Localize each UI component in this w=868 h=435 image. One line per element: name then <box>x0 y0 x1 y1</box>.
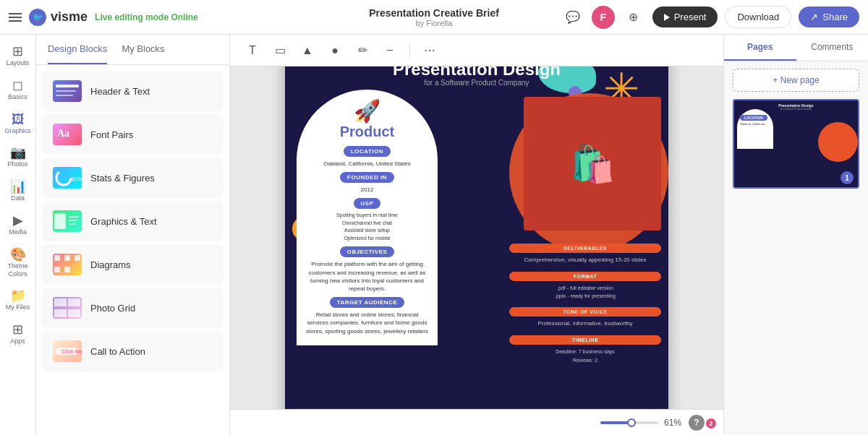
page-number-1: 1 <box>841 171 854 184</box>
photos-icon: 📷 <box>10 146 26 159</box>
graphics-text-thumb <box>53 210 82 232</box>
zoom-slider-thumb <box>627 418 636 427</box>
target-badge: TARGET AUDIENCE <box>330 297 405 308</box>
block-label-header-text: Header & Text <box>90 86 150 97</box>
svg-rect-1 <box>56 90 76 92</box>
bag-icon: 🛍️ <box>570 143 615 185</box>
svg-rect-6 <box>54 213 66 229</box>
block-label-stats-figures: Stats & Figures <box>90 173 155 184</box>
topbar: 🐦 visme Live editing mode Online Present… <box>0 0 868 35</box>
new-page-button[interactable]: + New page <box>733 69 859 92</box>
block-item-graphics-text[interactable]: Graphics & Text <box>42 201 224 241</box>
canvas-scroll[interactable]: Presentation Design for a Software Produ… <box>230 66 723 409</box>
deliverables-value: Comprehensive, visually appealing 15-20 … <box>509 256 661 264</box>
present-button[interactable]: Present <box>652 7 718 27</box>
icon-sidebar: ⊞ Layouts ◻ Basics 🖼 Graphics 📷 Photos 📊… <box>0 35 36 435</box>
svg-rect-10 <box>54 255 60 261</box>
tab-my-blocks[interactable]: My Blocks <box>122 35 164 64</box>
triangle-tool-button[interactable]: ▲ <box>297 40 318 61</box>
header-text-thumb <box>53 80 82 102</box>
tone-badge: TONE OF VOICE <box>509 307 661 316</box>
founded-badge: FOUNDED IN <box>340 172 394 183</box>
topbar-left: 🐦 visme Live editing mode Online <box>9 9 362 26</box>
topbar-center: Presentation Creative Brief by Fiorella <box>369 7 499 27</box>
tone-value: Professional, informative, trustworthy <box>509 319 661 328</box>
blocks-panel: Design Blocks My Blocks Header & Text Aa… <box>36 35 230 435</box>
svg-rect-7 <box>69 216 79 218</box>
text-tool-button[interactable]: T <box>242 40 263 61</box>
collaborators-button[interactable]: ⊕ <box>622 6 645 29</box>
theme-colors-icon: 🎨 <box>10 248 26 261</box>
slide-wrapper[interactable]: Presentation Design for a Software Produ… <box>285 66 668 409</box>
block-label-call-to-action: Call to Action <box>90 346 145 357</box>
product-card: 🚀 Product LOCATION Oakland, California, … <box>297 90 438 345</box>
sidebar-item-basics[interactable]: ◻ Basics <box>1 74 35 105</box>
svg-rect-0 <box>56 85 79 87</box>
block-item-diagrams[interactable]: Diagrams <box>42 244 224 285</box>
location-value: Oakland, California, United States <box>323 160 411 168</box>
logo-area: 🐦 visme <box>29 9 88 26</box>
format-badge: FORMAT <box>509 272 661 281</box>
svg-text:40%: 40% <box>71 176 82 183</box>
line-tool-button[interactable]: − <box>379 40 401 61</box>
tab-design-blocks[interactable]: Design Blocks <box>48 35 107 64</box>
right-panel: Pages Comments + New page Presentation D… <box>723 35 868 435</box>
usp-value: Spotting buyers in real time Omnichannel… <box>336 212 398 242</box>
svg-rect-2 <box>56 95 73 96</box>
page-thumb-image-1: Presentation Design for a Software Produ… <box>734 100 858 187</box>
rect-tool-button[interactable]: ▭ <box>269 40 291 61</box>
pen-tool-button[interactable]: ✏ <box>352 40 373 61</box>
call-to-action-thumb: Click Me <box>53 340 82 362</box>
slide-content: Presentation Design for a Software Produ… <box>285 66 668 409</box>
block-item-photo-grid[interactable]: Photo Grid <box>42 288 224 328</box>
sidebar-item-apps[interactable]: ⊞ Apps <box>1 319 35 350</box>
tab-pages[interactable]: Pages <box>724 35 796 61</box>
product-label: Product <box>340 124 395 140</box>
block-item-stats-figures[interactable]: 40% Stats & Figures <box>42 158 224 198</box>
usp-badge: USP <box>354 198 381 209</box>
block-label-photo-grid: Photo Grid <box>90 303 135 314</box>
bottom-bar: 61% ? 2 <box>230 409 723 435</box>
format-value: .pdf - full editable version .pptx - rea… <box>509 284 661 300</box>
timeline-value: Deadline: 7 business days Reviews: 2 <box>509 348 661 363</box>
media-icon: ▶ <box>13 214 23 227</box>
svg-rect-18 <box>68 309 80 317</box>
svg-text:Click Me: Click Me <box>61 349 82 354</box>
sidebar-item-theme-colors[interactable]: 🎨 Theme Colors <box>1 244 35 283</box>
menu-button[interactable] <box>9 13 22 22</box>
svg-rect-17 <box>54 309 67 317</box>
diagrams-thumb <box>53 254 82 275</box>
presentation-title: Presentation Creative Brief <box>369 7 499 19</box>
circle-tool-button[interactable]: ● <box>324 40 346 61</box>
comment-button[interactable]: 💬 <box>561 6 584 29</box>
sidebar-item-media[interactable]: ▶ Media <box>1 210 35 241</box>
sidebar-item-layouts[interactable]: ⊞ Layouts <box>1 40 35 72</box>
sidebar-item-my-files[interactable]: 📁 My Files <box>1 285 35 316</box>
more-tools-button[interactable]: ⋯ <box>419 40 441 61</box>
help-button[interactable]: ? <box>689 415 705 431</box>
block-item-call-to-action[interactable]: Click Me Call to Action <box>42 331 224 371</box>
tab-comments[interactable]: Comments <box>796 35 869 61</box>
sidebar-item-data[interactable]: 📊 Data <box>1 176 35 207</box>
zoom-slider[interactable] <box>600 421 658 424</box>
layouts-icon: ⊞ <box>12 45 23 58</box>
share-button[interactable]: ↗ Share <box>799 7 859 27</box>
user-avatar[interactable]: F <box>592 6 615 29</box>
right-panel-tabs: Pages Comments <box>724 35 868 61</box>
data-icon: 📊 <box>10 180 26 193</box>
block-item-header-text[interactable]: Header & Text <box>42 71 224 111</box>
download-button[interactable]: Download <box>725 6 791 28</box>
sidebar-item-photos[interactable]: 📷 Photos <box>1 142 35 173</box>
sidebar-item-graphics[interactable]: 🖼 Graphics <box>1 108 35 139</box>
founded-value: 2012 <box>361 186 374 194</box>
block-item-font-pairs[interactable]: Aa Font Pairs <box>42 114 224 155</box>
graphics-icon: 🖼 <box>12 113 25 126</box>
panel-tabs: Design Blocks My Blocks <box>36 35 229 65</box>
svg-rect-11 <box>64 255 70 261</box>
svg-rect-12 <box>75 255 80 261</box>
page-thumbnail-1[interactable]: Presentation Design for a Software Produ… <box>733 99 859 189</box>
photo-grid-thumb <box>53 297 82 319</box>
presentation-author: by Fiorella <box>416 19 453 27</box>
basics-icon: ◻ <box>12 79 23 92</box>
editing-mode-label: Live editing mode Online <box>95 12 198 22</box>
